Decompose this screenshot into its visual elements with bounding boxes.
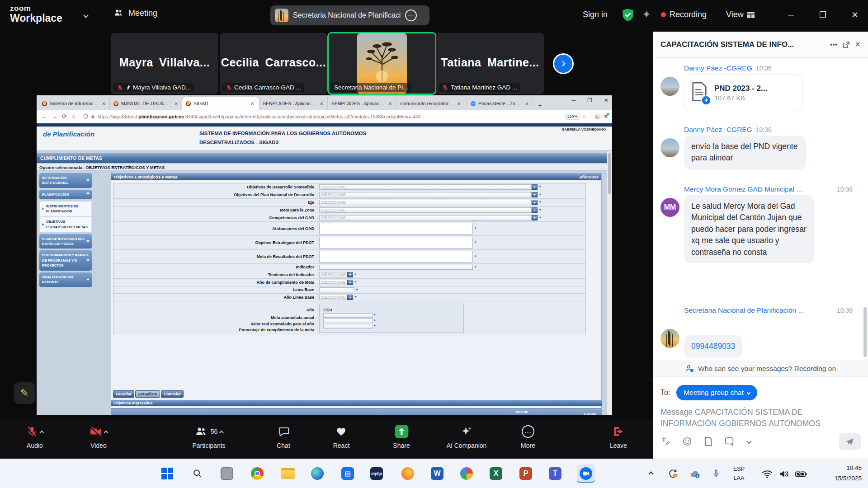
chat-more-icon[interactable]: ••• bbox=[830, 41, 838, 49]
field-competencias[interactable]: SELECCIONE▼* bbox=[317, 214, 585, 221]
field-eje[interactable]: SELECCIONE▼* bbox=[317, 199, 585, 206]
privacy-note[interactable]: Who can see your messages? Recording on bbox=[653, 361, 868, 377]
tray-mic-icon[interactable] bbox=[712, 459, 720, 488]
menu-plan-inversion[interactable]: PLAN DE INVERSIÓN DEL EJERCICIO FISCAL bbox=[39, 234, 92, 249]
tray-expand-icon[interactable] bbox=[649, 459, 653, 488]
teams-icon[interactable]: T bbox=[546, 465, 564, 483]
tab-close-icon[interactable]: ✕ bbox=[457, 101, 461, 106]
wifi-icon[interactable] bbox=[762, 459, 773, 488]
shared-screen-pill[interactable]: Secretaria Nacional de Planificaci ... bbox=[270, 5, 429, 25]
clock[interactable]: 10:45 15/5/2025 bbox=[835, 463, 862, 484]
chevron-down-icon[interactable] bbox=[83, 13, 88, 18]
menu-finalizacion-reporte[interactable]: FINALIZACIÓN DEL REPORTE bbox=[39, 272, 92, 287]
actualizar-button[interactable]: Actualizar bbox=[135, 390, 160, 398]
tab-close-icon[interactable]: ✕ bbox=[102, 101, 106, 106]
video-tile-tatiana[interactable]: Tatiana Martine... Tatiana Martinez GAD … bbox=[436, 33, 544, 94]
video-button[interactable]: Video bbox=[90, 424, 108, 449]
tab-close-icon[interactable]: ✕ bbox=[525, 101, 529, 106]
audio-options-caret[interactable] bbox=[40, 430, 44, 435]
chat-button[interactable]: Chat bbox=[277, 424, 290, 449]
annotate-pencil-button[interactable]: ✎ bbox=[14, 382, 35, 404]
word-icon[interactable]: W bbox=[428, 465, 446, 483]
composer-more-caret[interactable] bbox=[746, 439, 751, 444]
attach-file-icon[interactable] bbox=[704, 436, 713, 446]
chrome-icon[interactable] bbox=[248, 465, 266, 483]
avatar[interactable] bbox=[660, 329, 679, 348]
more-button[interactable]: ... More bbox=[521, 424, 535, 449]
field-anio-cumplimiento[interactable]: SELECCIONE▼* bbox=[317, 279, 585, 286]
video-tile-cecilia[interactable]: Cecilia Carrasco... Cecilia Carrasco-GAD… bbox=[220, 33, 327, 94]
firefox-icon[interactable] bbox=[399, 465, 417, 483]
video-tile-secretaria-active[interactable]: Secretaria Nacional de Pl... bbox=[328, 33, 436, 94]
powerpoint-icon[interactable]: P bbox=[517, 465, 535, 483]
to-selector[interactable]: Meeting group chat bbox=[676, 385, 757, 400]
pocket-icon[interactable]: ◎ bbox=[594, 113, 599, 120]
browser-tab[interactable]: SENPLADES - Aplicación de Admini✕ bbox=[259, 97, 328, 110]
participants-button[interactable]: 56 Participants bbox=[192, 424, 225, 449]
field-meta-pdot[interactable]: * bbox=[317, 250, 585, 263]
menu-objetivos-estrategicos[interactable]: OBJETIVOS ESTRATÉGICOS Y METAS bbox=[39, 216, 92, 232]
message-sender[interactable]: Mercy Mora Gomez GAD Municipal ... bbox=[684, 185, 833, 193]
leave-button[interactable]: Leave bbox=[610, 424, 627, 449]
search-icon[interactable] bbox=[189, 465, 207, 483]
sync-icon[interactable] bbox=[668, 459, 678, 488]
browser-tab[interactable]: zmPosasistente - Zoom✕ bbox=[467, 97, 533, 110]
edge-icon[interactable] bbox=[308, 465, 326, 483]
chat-scrollbar[interactable] bbox=[863, 307, 867, 357]
avatar[interactable] bbox=[660, 138, 679, 157]
field-ods[interactable]: SELECCIONE▼* bbox=[317, 183, 585, 191]
field-anio-linea-base[interactable]: SELECCIONE▼* bbox=[317, 294, 585, 301]
menu-programacion-avance[interactable]: PROGRAMACIÓN Y AVANCE DE PROGRAMAS Y/O P… bbox=[39, 250, 92, 270]
emoji-icon[interactable] bbox=[682, 436, 692, 446]
task-view-icon[interactable] bbox=[218, 465, 236, 483]
chat-close-icon[interactable]: ✕ bbox=[855, 40, 861, 49]
format-text-icon[interactable] bbox=[660, 436, 670, 446]
field-atribuciones[interactable]: * bbox=[317, 222, 585, 235]
browser-tab-active[interactable]: SIGAD✕ bbox=[182, 97, 259, 110]
onedrive-cloud-icon[interactable] bbox=[689, 459, 701, 488]
forward-button[interactable]: → bbox=[52, 113, 57, 120]
ai-sparkle-icon[interactable]: ✦ bbox=[642, 8, 651, 21]
browser-close-button[interactable]: ✕ bbox=[604, 97, 609, 103]
security-shield-icon[interactable] bbox=[622, 8, 634, 22]
view-button[interactable]: View bbox=[726, 10, 755, 19]
field-tendencia[interactable]: SELECCIONE▼* bbox=[317, 271, 585, 278]
field-meta-zona[interactable]: SELECCIONE▼* bbox=[317, 206, 585, 214]
excel-icon[interactable]: X bbox=[487, 465, 505, 483]
meta-acumulada-input[interactable]: * bbox=[323, 313, 460, 318]
pop-out-icon[interactable] bbox=[842, 41, 850, 49]
tab-close-icon[interactable]: ✕ bbox=[388, 101, 392, 106]
browser-tab[interactable]: MANUAL-DE-USUARIO-SIGAD_✕ bbox=[110, 97, 182, 110]
message-sender[interactable]: Danny Páez -CGREG bbox=[684, 64, 752, 72]
browser-tab[interactable]: Sistema de Información para lo✕ bbox=[38, 97, 110, 110]
minimize-button[interactable]: ─ bbox=[784, 8, 798, 22]
field-indicador[interactable]: * bbox=[317, 264, 585, 271]
round-app-icon[interactable] bbox=[458, 465, 476, 483]
field-objetivo-pdot[interactable]: * bbox=[317, 236, 585, 249]
browser-tab[interactable]: SENPLADES - Aplicación de Admini✕ bbox=[328, 97, 396, 110]
cancelar-button[interactable]: Cancelar bbox=[161, 390, 184, 398]
back-button[interactable]: ← bbox=[41, 113, 47, 120]
participants-options-caret[interactable] bbox=[219, 430, 224, 435]
bookmark-star-icon[interactable]: ☆ bbox=[582, 114, 586, 119]
new-tab-button[interactable]: ＋ bbox=[537, 102, 543, 110]
browser-maximize-button[interactable]: ❐ bbox=[587, 97, 592, 103]
avatar[interactable] bbox=[660, 77, 679, 96]
avatar[interactable]: MM bbox=[660, 198, 679, 217]
store-icon[interactable]: ⊞ bbox=[339, 465, 357, 483]
battery-icon[interactable] bbox=[795, 459, 807, 488]
home-button[interactable]: ⌂ bbox=[71, 113, 75, 120]
tab-close-icon[interactable]: ✕ bbox=[175, 101, 178, 106]
valor-real-input[interactable]: * bbox=[323, 319, 460, 323]
phone-link[interactable]: 0994489033 bbox=[691, 342, 735, 351]
menu-icon[interactable]: ≡ bbox=[604, 113, 608, 120]
file-attachment-card[interactable]: PND 2023 - 2... 107.67 KB bbox=[684, 74, 802, 111]
language-indicator[interactable]: ESP LAA bbox=[733, 465, 745, 483]
message-input[interactable]: Message CAPACITACIÓN SISTEMA DE INFORMAC… bbox=[660, 407, 859, 430]
guardar-button[interactable]: Guardar bbox=[113, 390, 134, 398]
file-explorer-icon[interactable] bbox=[279, 465, 297, 483]
audio-button[interactable]: Audio bbox=[26, 424, 43, 449]
page-zoom-level[interactable]: 110% bbox=[565, 113, 580, 120]
screenshot-icon[interactable] bbox=[725, 436, 736, 446]
message-sender[interactable]: Danny Páez -CGREG bbox=[684, 126, 752, 134]
